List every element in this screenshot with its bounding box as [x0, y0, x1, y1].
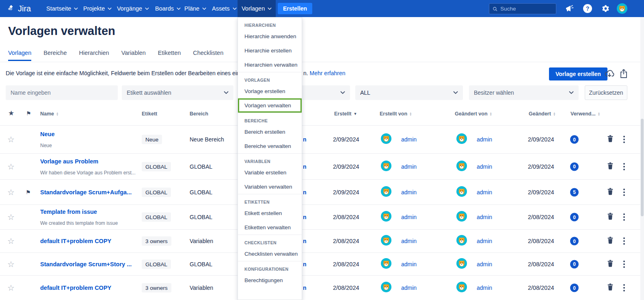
user-avatar[interactable] — [617, 3, 627, 15]
star-icon[interactable]: ☆ — [7, 212, 15, 222]
nav-item-projekte[interactable]: Projekte — [79, 0, 116, 17]
delete-icon[interactable] — [607, 283, 614, 293]
created-by-link[interactable]: admin — [401, 189, 417, 196]
nav-item-vorg-nge[interactable]: Vorgänge — [113, 0, 153, 17]
project-link-fragment[interactable]: n — [303, 238, 307, 244]
project-link-fragment[interactable]: n — [303, 163, 307, 170]
modified-by-link[interactable]: admin — [477, 163, 492, 170]
tab-bereiche[interactable]: Bereiche — [43, 50, 67, 61]
delete-icon[interactable] — [607, 236, 614, 246]
star-icon[interactable]: ☆ — [7, 135, 15, 144]
project-link-fragment[interactable]: n — [303, 136, 307, 143]
menu-item-etikett-erstellen[interactable]: Etikett erstellen — [238, 206, 302, 220]
delete-icon[interactable] — [607, 162, 614, 172]
learn-more-link[interactable]: Mehr erfahren — [310, 70, 346, 76]
menu-item-vorlage-erstellen[interactable]: Vorlage erstellen — [238, 84, 302, 98]
more-actions-icon[interactable] — [622, 212, 627, 222]
created-by-link[interactable]: admin — [401, 163, 417, 170]
tab-hierarchien[interactable]: Hierarchien — [79, 50, 109, 61]
modified-by-link[interactable]: admin — [477, 214, 492, 220]
nav-item-startseite[interactable]: Startseite — [42, 0, 82, 17]
column-header-ge-ndert[interactable]: Geändert ▲▼ — [529, 111, 555, 117]
menu-item-etiketten-verwalten[interactable]: Etiketten verwalten — [238, 220, 302, 235]
template-name-link[interactable]: Standardvorlage Scrum+Story ... — [40, 261, 132, 267]
menu-item-checklisten-verwalten[interactable]: Checklisten verwalten — [238, 247, 302, 261]
more-actions-icon[interactable] — [622, 283, 627, 293]
more-actions-icon[interactable] — [622, 187, 627, 198]
delete-icon[interactable] — [607, 187, 614, 197]
menu-item-bereiche-verwalten[interactable]: Bereiche verwalten — [238, 139, 302, 153]
column-header-erstellt-von[interactable]: Erstellt von ▲▼ — [380, 111, 412, 117]
delete-icon[interactable] — [607, 259, 614, 269]
scrollbar-thumb[interactable] — [641, 119, 644, 216]
menu-item-hierarchien-verwalten[interactable]: Hierarchien verwalten — [238, 58, 302, 72]
menu-item-variable-erstellen[interactable]: Variable erstellen — [238, 165, 302, 180]
created-by-link[interactable]: admin — [401, 285, 417, 291]
menu-item-berechtigungen[interactable]: Berechtigungen — [238, 273, 302, 287]
menu-item-hierarchie-anwenden[interactable]: Hierarchie anwenden — [238, 29, 302, 43]
modified-by-link[interactable]: admin — [477, 189, 492, 196]
search-box[interactable] — [489, 3, 556, 14]
star-icon[interactable]: ☆ — [7, 236, 15, 246]
created-by-link[interactable]: admin — [401, 136, 417, 143]
more-actions-icon[interactable] — [622, 259, 627, 270]
menu-item-vorlagen-verwalten[interactable]: Vorlagen verwalten — [238, 98, 302, 113]
name-filter-input[interactable] — [11, 89, 113, 96]
import-cloud-icon[interactable] — [604, 69, 614, 79]
menu-item-bereich-erstellen[interactable]: Bereich erstellen — [238, 125, 302, 139]
search-input[interactable] — [500, 6, 553, 12]
more-actions-icon[interactable] — [622, 236, 627, 246]
project-link-fragment[interactable]: n — [303, 214, 307, 220]
column-header-ge-ndert-von[interactable]: Geändert von ▲▼ — [455, 111, 492, 117]
project-link-fragment[interactable]: n — [303, 261, 307, 267]
nav-item-pl-ne[interactable]: Pläne — [180, 0, 210, 17]
template-name-link[interactable]: Neue — [40, 131, 54, 137]
create-template-button[interactable]: Vorlage erstellen — [549, 67, 607, 80]
project-link-fragment[interactable]: n — [303, 285, 307, 291]
tab-variablen[interactable]: Variablen — [121, 50, 146, 61]
star-icon[interactable]: ☆ — [7, 259, 15, 269]
modified-by-link[interactable]: admin — [477, 238, 492, 244]
more-actions-icon[interactable] — [622, 134, 627, 145]
create-button[interactable]: Erstellen — [278, 3, 312, 14]
name-filter[interactable] — [6, 85, 118, 100]
menu-item-hierarchie-erstellen[interactable]: Hierarchie erstellen — [238, 43, 302, 58]
owner-filter-select[interactable]: Besitzer wählen — [469, 85, 579, 100]
nav-item-assets[interactable]: Assets — [208, 0, 241, 17]
nav-item-vorlagen[interactable]: Vorlagen — [238, 0, 276, 17]
star-icon[interactable]: ☆ — [7, 162, 15, 172]
template-name-link[interactable]: default IT+problem COPY — [40, 285, 111, 291]
modified-by-link[interactable]: admin — [477, 285, 492, 291]
reset-filters-button[interactable]: Zurücksetzen — [585, 85, 627, 100]
label-filter-select[interactable]: Etikett auswählen — [122, 85, 233, 100]
jira-logo[interactable]: Jira — [6, 0, 31, 17]
help-icon[interactable]: ? — [583, 4, 592, 13]
settings-gear-icon[interactable] — [600, 4, 610, 13]
created-by-link[interactable]: admin — [401, 261, 417, 267]
delete-icon[interactable] — [607, 212, 614, 222]
created-by-link[interactable]: admin — [401, 238, 417, 244]
tab-vorlagen[interactable]: Vorlagen — [8, 50, 31, 61]
modified-by-link[interactable]: admin — [477, 136, 492, 143]
created-by-link[interactable]: admin — [401, 214, 417, 220]
column-header-verwend[interactable]: Verwend... ▲▼ — [571, 111, 600, 117]
export-share-icon[interactable] — [619, 69, 629, 79]
more-actions-icon[interactable] — [622, 161, 627, 172]
template-name-link[interactable]: Vorlage aus Problem — [40, 158, 136, 164]
template-name-link[interactable]: Template from issue — [40, 209, 118, 215]
template-name-link[interactable]: Standardvorlage Scrum+Aufga... — [40, 189, 132, 196]
announcements-icon[interactable] — [564, 4, 574, 13]
tab-checklisten[interactable]: Checklisten — [193, 50, 223, 61]
menu-item-variablen-verwalten[interactable]: Variablen verwalten — [238, 180, 302, 194]
delete-icon[interactable] — [607, 135, 614, 144]
tab-etiketten[interactable]: Etiketten — [158, 50, 181, 61]
star-icon[interactable]: ☆ — [7, 283, 15, 293]
scope-filter-select[interactable]: ALL — [355, 85, 463, 100]
column-header-erstellt[interactable]: Erstellt ▼ — [334, 111, 357, 117]
modified-by-link[interactable]: admin — [477, 261, 492, 267]
nav-item-boards[interactable]: Boards — [151, 0, 185, 17]
template-name-link[interactable]: default IT+problem COPY — [40, 238, 111, 244]
star-icon[interactable]: ☆ — [7, 187, 15, 197]
project-link-fragment[interactable]: n — [303, 189, 307, 196]
column-header-name[interactable]: Name ▲▼ — [40, 111, 58, 117]
